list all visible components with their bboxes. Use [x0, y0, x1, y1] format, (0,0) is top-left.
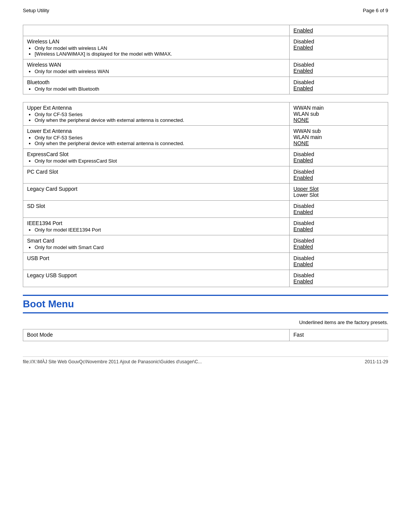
bluetooth-bullets: Only for model with Bluetooth — [35, 86, 285, 92]
cell-smart-card-values: DisabledEnabled — [290, 235, 388, 253]
cell-sd-slot: SD Slot — [23, 201, 290, 218]
table-row-bluetooth: Bluetooth Only for model with Bluetooth … — [23, 77, 388, 94]
list-item: Only for model IEEE1394 Port — [35, 227, 285, 233]
ieee1394-title: IEEE1394 Port — [27, 220, 285, 226]
cell-bluetooth-values: DisabledEnabled — [290, 77, 388, 94]
wireless-lan-title: Wireless LAN — [27, 38, 285, 45]
cell-sd-slot-values: DisabledEnabled — [290, 201, 388, 218]
cell-legacy-card-values: Upper SlotLower Slot — [290, 184, 388, 201]
boot-menu-title: Boot Menu — [23, 298, 74, 310]
expresscard-title: ExpressCard Slot — [27, 151, 285, 157]
table-row-wireless-lan: Wireless LAN Only for model with wireles… — [23, 36, 388, 59]
bluetooth-title: Bluetooth — [27, 79, 285, 85]
cell-wireless-lan-values: DisabledEnabled — [290, 36, 388, 59]
factory-preset-note: Underlined items are the factory presets… — [23, 320, 388, 325]
wireless-wan-title: Wireless WAN — [27, 62, 285, 68]
list-item: Only for model with Smart Card — [35, 244, 285, 250]
cell-bluetooth: Bluetooth Only for model with Bluetooth — [23, 77, 290, 94]
table-row-usb-port: USB Port DisabledEnabled — [23, 253, 388, 270]
table-row-legacy-usb: Legacy USB Support DisabledEnabled — [23, 270, 388, 287]
table-row-upper-ext: Upper Ext Antenna Only for CF-53 Series … — [23, 102, 388, 126]
smart-card-title: Smart Card — [27, 238, 285, 244]
table-row-legacy-card: Legacy Card Support Upper SlotLower Slot — [23, 184, 388, 201]
cell-wireless-lan: Wireless LAN Only for model with wireles… — [23, 36, 290, 59]
cell-expresscard-values: DisabledEnabled — [290, 149, 388, 166]
table-row-boot-mode: Boot Mode Fast — [23, 329, 388, 341]
cell-enabled-top: Enabled — [290, 25, 388, 36]
cell-upper-ext-values: WWAN mainWLAN subNONE — [290, 102, 388, 126]
cell-boot-mode: Boot Mode — [23, 329, 290, 341]
upper-ext-title: Upper Ext Antenna — [27, 105, 285, 111]
table-row-expresscard: ExpressCard Slot Only for model with Exp… — [23, 149, 388, 166]
ieee1394-bullets: Only for model IEEE1394 Port — [35, 227, 285, 233]
cell-wireless-wan-values: DisabledEnabled — [290, 59, 388, 77]
cell-lower-ext: Lower Ext Antenna Only for CF-53 Series … — [23, 126, 290, 149]
cell-wireless-wan: Wireless WAN Only for model with wireles… — [23, 59, 290, 77]
table-row-ieee1394: IEEE1394 Port Only for model IEEE1394 Po… — [23, 218, 388, 235]
list-item: Only for model with wireless WAN — [35, 69, 285, 74]
upper-ext-bullets: Only for CF-53 Series Only when the peri… — [35, 112, 285, 123]
usb-port-title: USB Port — [27, 255, 285, 261]
wireless-wan-bullets: Only for model with wireless WAN — [35, 69, 285, 74]
footer-right: 2011-11-29 — [365, 359, 388, 364]
cell-boot-mode-value: Fast — [290, 329, 388, 341]
boot-menu-header: Boot Menu — [23, 295, 388, 313]
smart-card-bullets: Only for model with Smart Card — [35, 244, 285, 250]
wireless-table: Enabled Wireless LAN Only for model with… — [23, 25, 388, 94]
list-item: Only for model with ExpressCard Slot — [35, 158, 285, 164]
cell-ieee1394: IEEE1394 Port Only for model IEEE1394 Po… — [23, 218, 290, 235]
table-row-wireless-wan: Wireless WAN Only for model with wireles… — [23, 59, 388, 77]
cell-lower-ext-values: WWAN subWLAN mainNONE — [290, 126, 388, 149]
cell-pc-card-values: DisabledEnabled — [290, 166, 388, 184]
cell-pc-card: PC Card Slot — [23, 166, 290, 184]
footer-left: file://X:\MÀJ Site Web GouvQc\Novembre 2… — [23, 359, 202, 364]
cell-upper-ext: Upper Ext Antenna Only for CF-53 Series … — [23, 102, 290, 126]
page-footer: file://X:\MÀJ Site Web GouvQc\Novembre 2… — [23, 356, 388, 364]
sd-slot-title: SD Slot — [27, 203, 285, 209]
table-row-smart-card: Smart Card Only for model with Smart Car… — [23, 235, 388, 253]
table-row-sd-slot: SD Slot DisabledEnabled — [23, 201, 388, 218]
list-item: [Wireless LAN/WiMAX] is displayed for th… — [35, 51, 285, 57]
list-item: Only for model with wireless LAN — [35, 45, 285, 51]
cell-empty — [23, 25, 290, 36]
cell-ieee1394-values: DisabledEnabled — [290, 218, 388, 235]
table-row-lower-ext: Lower Ext Antenna Only for CF-53 Series … — [23, 126, 388, 149]
lower-ext-bullets: Only for CF-53 Series Only when the peri… — [35, 135, 285, 146]
cell-legacy-card: Legacy Card Support — [23, 184, 290, 201]
legacy-usb-title: Legacy USB Support — [27, 272, 285, 278]
list-item: Only for CF-53 Series — [35, 135, 285, 141]
expresscard-bullets: Only for model with ExpressCard Slot — [35, 158, 285, 164]
legacy-card-title: Legacy Card Support — [27, 186, 285, 192]
lower-ext-title: Lower Ext Antenna — [27, 128, 285, 134]
list-item: Only when the peripheral device with ext… — [35, 117, 285, 123]
cell-usb-port: USB Port — [23, 253, 290, 270]
peripheral-table: Upper Ext Antenna Only for CF-53 Series … — [23, 102, 388, 287]
boot-menu-table: Boot Mode Fast — [23, 329, 388, 341]
table-row: Enabled — [23, 25, 388, 36]
cell-smart-card: Smart Card Only for model with Smart Car… — [23, 235, 290, 253]
cell-expresscard: ExpressCard Slot Only for model with Exp… — [23, 149, 290, 166]
cell-legacy-usb-values: DisabledEnabled — [290, 270, 388, 287]
table-row-pc-card: PC Card Slot DisabledEnabled — [23, 166, 388, 184]
list-item: Only for CF-53 Series — [35, 112, 285, 117]
list-item: Only for model with Bluetooth — [35, 86, 285, 92]
boot-mode-label: Boot Mode — [27, 332, 285, 338]
wireless-lan-bullets: Only for model with wireless LAN [Wirele… — [35, 45, 285, 57]
cell-usb-port-values: DisabledEnabled — [290, 253, 388, 270]
page-header-right: Page 6 of 9 — [363, 8, 389, 13]
pc-card-title: PC Card Slot — [27, 169, 285, 175]
page-header-left: Setup Utility — [23, 8, 49, 13]
list-item: Only when the peripheral device with ext… — [35, 141, 285, 146]
cell-legacy-usb: Legacy USB Support — [23, 270, 290, 287]
